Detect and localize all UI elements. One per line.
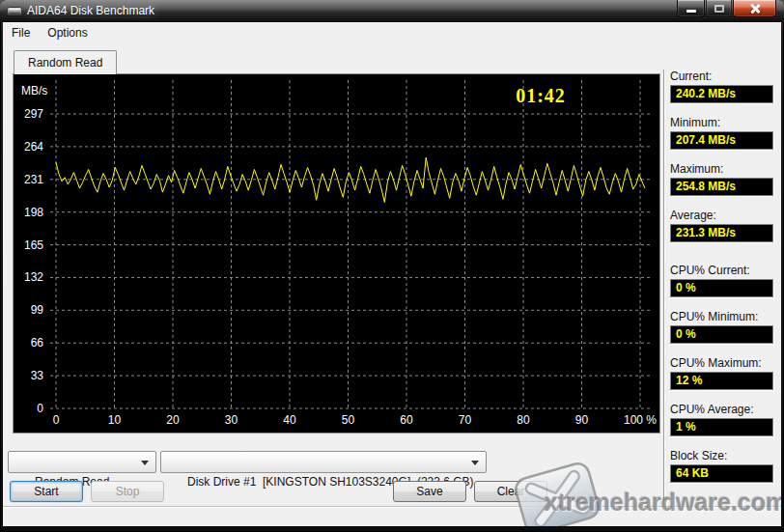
stat-cpu-current: CPU% Current: 0 % bbox=[670, 264, 773, 297]
benchmark-type-select[interactable]: Random Read bbox=[8, 451, 156, 473]
svg-text:50: 50 bbox=[342, 413, 355, 427]
svg-text:20: 20 bbox=[166, 413, 180, 427]
stat-label: Block Size: bbox=[670, 449, 773, 464]
app-window: AIDA64 Disk Benchmark File Options Rando… bbox=[0, 0, 784, 532]
svg-text:70: 70 bbox=[459, 413, 472, 427]
benchmark-chart: 0102030405060708090100 %2972642311981651… bbox=[13, 73, 660, 434]
svg-text:01:42: 01:42 bbox=[516, 85, 566, 106]
stop-button[interactable]: Stop bbox=[91, 481, 164, 502]
save-button[interactable]: Save bbox=[393, 481, 466, 502]
drive-select[interactable]: Disk Drive #1 [KINGSTON SH103S3240G] (22… bbox=[160, 451, 487, 473]
menu-bar: File Options bbox=[3, 22, 781, 43]
stats-panel: Current: 240.2 MB/s Minimum: 207.4 MB/s … bbox=[670, 70, 773, 483]
stat-label: CPU% Average: bbox=[670, 403, 773, 418]
close-icon bbox=[749, 3, 761, 14]
window-title: AIDA64 Disk Benchmark bbox=[27, 4, 154, 17]
status-bar bbox=[3, 508, 781, 526]
svg-text:90: 90 bbox=[575, 413, 589, 427]
stat-maximum: Maximum: 254.8 MB/s bbox=[670, 162, 773, 196]
stat-label: CPU% Minimum: bbox=[670, 310, 773, 325]
svg-text:30: 30 bbox=[225, 413, 238, 427]
menu-file[interactable]: File bbox=[3, 23, 39, 42]
stat-current: Current: 240.2 MB/s bbox=[670, 70, 773, 103]
stat-block-size: Block Size: 64 KB bbox=[670, 449, 773, 483]
svg-text:100 %: 100 % bbox=[624, 413, 657, 427]
stat-value: 207.4 MB/s bbox=[670, 131, 773, 150]
dropdown-arrow-icon bbox=[471, 461, 479, 465]
stat-value: 240.2 MB/s bbox=[670, 85, 773, 103]
stat-average: Average: 231.3 MB/s bbox=[670, 209, 773, 242]
stat-cpu-average: CPU% Average: 1 % bbox=[670, 403, 773, 436]
start-button[interactable]: Start bbox=[10, 481, 83, 502]
svg-text:80: 80 bbox=[517, 413, 530, 427]
stat-cpu-minimum: CPU% Minimum: 0 % bbox=[670, 310, 773, 344]
maximize-icon bbox=[714, 5, 724, 13]
title-bar[interactable]: AIDA64 Disk Benchmark bbox=[0, 0, 784, 22]
svg-text:132: 132 bbox=[24, 270, 43, 284]
svg-text:264: 264 bbox=[24, 140, 43, 154]
stat-label: Minimum: bbox=[670, 116, 773, 131]
panel-divider bbox=[663, 70, 665, 506]
svg-text:0: 0 bbox=[53, 413, 60, 427]
svg-text:66: 66 bbox=[31, 336, 44, 350]
svg-text:99: 99 bbox=[31, 303, 44, 317]
maximize-button[interactable] bbox=[706, 0, 732, 17]
svg-text:MB/s: MB/s bbox=[21, 84, 47, 98]
minimize-button[interactable] bbox=[677, 0, 705, 17]
clear-button[interactable]: Clear bbox=[474, 481, 547, 502]
svg-text:60: 60 bbox=[400, 413, 413, 427]
stat-value: 231.3 MB/s bbox=[670, 224, 773, 242]
stat-label: CPU% Maximum: bbox=[670, 356, 773, 372]
svg-text:0: 0 bbox=[37, 402, 43, 415]
close-button[interactable] bbox=[733, 0, 776, 17]
stat-label: Maximum: bbox=[670, 162, 773, 178]
stat-value: 12 % bbox=[670, 372, 773, 390]
stat-value: 1 % bbox=[670, 418, 773, 436]
svg-text:40: 40 bbox=[283, 413, 296, 427]
minimize-icon bbox=[686, 10, 696, 13]
svg-text:33: 33 bbox=[31, 369, 44, 382]
stat-label: Current: bbox=[670, 70, 773, 85]
stat-minimum: Minimum: 207.4 MB/s bbox=[670, 116, 773, 150]
stat-label: Average: bbox=[670, 209, 773, 224]
dropdown-arrow-icon bbox=[141, 461, 149, 465]
svg-text:165: 165 bbox=[24, 238, 43, 252]
stat-cpu-maximum: CPU% Maximum: 12 % bbox=[670, 356, 773, 390]
stat-value: 254.8 MB/s bbox=[670, 178, 773, 196]
svg-text:10: 10 bbox=[108, 413, 122, 427]
app-icon disk-drive-icon bbox=[7, 5, 22, 17]
svg-text:297: 297 bbox=[24, 107, 43, 121]
client-area: File Options Random Read 010203040506070… bbox=[3, 22, 781, 526]
stat-value: 64 KB bbox=[670, 464, 773, 483]
stat-value: 0 % bbox=[670, 325, 773, 344]
svg-text:231: 231 bbox=[24, 173, 43, 186]
svg-text:198: 198 bbox=[24, 206, 43, 219]
stat-value: 0 % bbox=[670, 279, 773, 297]
chart-canvas: 0102030405060708090100 %2972642311981651… bbox=[14, 74, 659, 433]
menu-options[interactable]: Options bbox=[39, 23, 96, 42]
stat-label: CPU% Current: bbox=[670, 264, 773, 279]
tab-random-read[interactable]: Random Read bbox=[14, 50, 117, 74]
